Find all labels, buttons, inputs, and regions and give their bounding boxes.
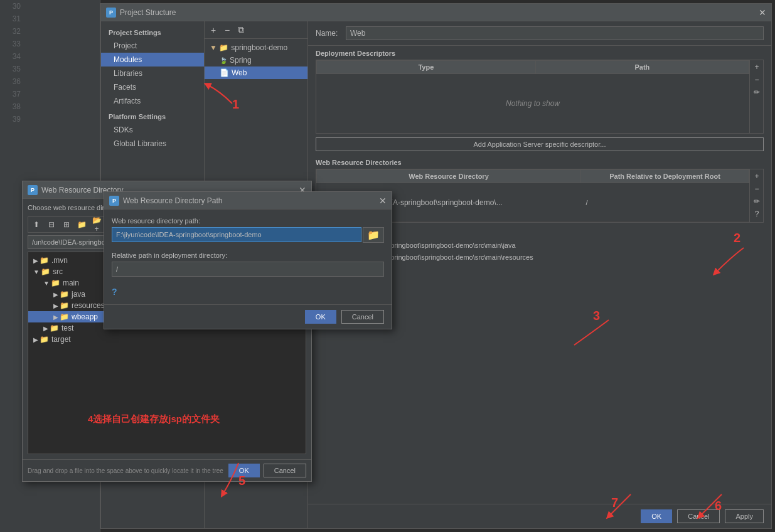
- ft-folder-mvn: 📁: [40, 256, 49, 265]
- ft-collapse-btn[interactable]: ⊟: [45, 218, 58, 231]
- deployment-table-container: Type Path Nothing to show + −: [316, 60, 764, 134]
- ft-label-java: java: [72, 290, 85, 299]
- name-input[interactable]: [346, 26, 764, 40]
- wrd-path-dialog: P Web Resource Directory Path ✕ Web reso…: [104, 191, 392, 329]
- path-col: Path: [535, 61, 749, 74]
- tree-root[interactable]: ▼ 📁 springboot-demo: [205, 41, 307, 54]
- ide-line-30: 30: [0, 0, 100, 13]
- type-col: Type: [317, 61, 536, 74]
- wrd-browse-btn[interactable]: 📁: [363, 227, 384, 243]
- ft-folder-src: 📁: [41, 267, 50, 276]
- wrd-col2: Path Relative to Deployment Root: [581, 170, 749, 183]
- wrd-path-input[interactable]: [112, 227, 361, 242]
- ps-apply-btn[interactable]: Apply: [725, 509, 764, 523]
- file-dialog-cancel-btn[interactable]: Cancel: [264, 464, 306, 477]
- ide-line-37: 37: [0, 88, 100, 100]
- ft-folder-resources: 📁: [60, 301, 69, 310]
- file-dialog-hint: Drag and drop a file into the space abov…: [28, 467, 223, 474]
- wrd-remove-btn[interactable]: −: [751, 183, 762, 194]
- tree-add-btn[interactable]: +: [207, 24, 220, 36]
- nav-artifacts[interactable]: Artifacts: [101, 94, 204, 108]
- wrd-ok-btn[interactable]: OK: [305, 310, 336, 324]
- ft-folder-target: 📁: [40, 335, 49, 344]
- wrd-section-header: Web Resource Directories: [308, 155, 771, 169]
- wrd-help-btn[interactable]: ?: [751, 208, 762, 220]
- ps-footer: OK Cancel Apply: [308, 504, 771, 528]
- ft-item-target[interactable]: ▶ 📁 target: [28, 334, 306, 345]
- ps-ok-btn[interactable]: OK: [641, 509, 672, 523]
- wrd-add-btn[interactable]: +: [751, 171, 762, 182]
- ft-expand-btn[interactable]: ⊞: [60, 218, 73, 231]
- wrd-rel-label: Relative path in deployment directory:: [112, 252, 384, 259]
- ft-folder-main: 📁: [51, 279, 60, 287]
- spring-icon: 🍃: [220, 57, 227, 64]
- nav-global-libraries[interactable]: Global Libraries: [101, 137, 204, 151]
- platform-settings-header: Platform Settings: [101, 108, 204, 123]
- ide-line-31: 31: [0, 13, 100, 25]
- desc-add-btn[interactable]: +: [751, 61, 762, 73]
- nav-sdks[interactable]: SDKs: [101, 123, 204, 137]
- ft-folder-wbeapp: 📁: [60, 312, 69, 321]
- nav-project[interactable]: Project: [101, 39, 204, 53]
- ft-arrow-target: ▶: [33, 336, 38, 343]
- tree-spring[interactable]: 🍃 Spring: [205, 54, 307, 66]
- wrd-path-label: Web resource directory path:: [112, 217, 384, 225]
- ft-newfolder-btn[interactable]: 📂+: [90, 218, 104, 231]
- nothing-to-show: Nothing to show: [317, 74, 749, 134]
- ft-arrow-wbeapp: ▶: [53, 314, 58, 321]
- nav-libraries[interactable]: Libraries: [101, 66, 204, 80]
- ft-folder-java: 📁: [60, 290, 69, 299]
- tree-web[interactable]: 📄 Web: [205, 66, 307, 79]
- ft-arrow-mvn: ▶: [33, 257, 38, 264]
- wrd-path-input-row: 📁: [112, 227, 384, 243]
- wrd-path-close[interactable]: ✕: [379, 196, 387, 206]
- ps-cancel-btn[interactable]: Cancel: [677, 509, 720, 523]
- web-icon: 📄: [220, 68, 229, 77]
- ft-arrow-src: ▼: [33, 269, 40, 275]
- ft-arrow-resources: ▶: [53, 302, 58, 309]
- ft-up-btn[interactable]: ⬆: [29, 218, 43, 231]
- deployment-desc-header: Deployment Descriptors: [308, 46, 771, 60]
- wrd-help-row: ?: [112, 287, 384, 297]
- wrd-path-title-text: Web Resource Directory Path: [123, 196, 223, 205]
- wrd-rel-input[interactable]: [112, 262, 384, 277]
- name-label: Name:: [316, 29, 341, 38]
- ide-line-34: 34: [0, 50, 100, 63]
- wrd-path-footer: OK Cancel: [104, 304, 392, 329]
- ft-label-target: target: [51, 335, 71, 344]
- wrd-help-icon[interactable]: ?: [112, 287, 117, 297]
- tree-copy-btn[interactable]: ⧉: [235, 24, 247, 36]
- ft-label-test: test: [61, 324, 73, 332]
- ft-label-main: main: [63, 279, 79, 287]
- ps-title: Project Structure: [120, 8, 176, 17]
- wrd-path-cell: /: [581, 183, 749, 222]
- wrd-col1: Web Resource Directory: [317, 170, 581, 183]
- file-dialog-footer: Drag and drop a file into the space abov…: [23, 459, 311, 481]
- ft-arrow-test: ▶: [43, 325, 48, 332]
- ps-close-button[interactable]: ✕: [759, 8, 766, 18]
- wrd-cancel-btn[interactable]: Cancel: [341, 310, 384, 324]
- wrd-path-body: Web resource directory path: 📁 Relative …: [104, 210, 392, 304]
- nav-facets[interactable]: Facets: [101, 80, 204, 94]
- folder-icon: ▼ 📁: [210, 43, 228, 52]
- file-dialog-btns: OK Cancel: [228, 464, 306, 477]
- file-dialog-ok-btn[interactable]: OK: [228, 464, 260, 477]
- desc-remove-btn[interactable]: −: [751, 74, 762, 85]
- wrd-path-icon: P: [109, 196, 119, 206]
- ft-folder-test: 📁: [50, 324, 59, 332]
- ps-icon: P: [106, 8, 116, 18]
- ps-titlebar-left: P Project Structure: [106, 8, 176, 18]
- add-server-btn[interactable]: Add Application Server specific descript…: [316, 137, 764, 151]
- desc-table-row: Type Path Nothing to show + −: [316, 60, 763, 133]
- nav-modules[interactable]: Modules: [101, 53, 204, 66]
- ide-line-35: 35: [0, 63, 100, 75]
- wrd-edit-btn[interactable]: ✏: [751, 196, 762, 207]
- tree-remove-btn[interactable]: −: [221, 24, 233, 36]
- name-row: Name:: [308, 21, 771, 46]
- desc-sidebar: + − ✏: [749, 60, 763, 133]
- ide-line-32: 32: [0, 25, 100, 38]
- desc-edit-btn[interactable]: ✏: [751, 87, 762, 98]
- wrd-path-title: P Web Resource Directory Path ✕: [104, 192, 392, 210]
- ft-folder-btn[interactable]: 📁: [75, 218, 88, 231]
- ft-label-resources: resources: [72, 301, 105, 310]
